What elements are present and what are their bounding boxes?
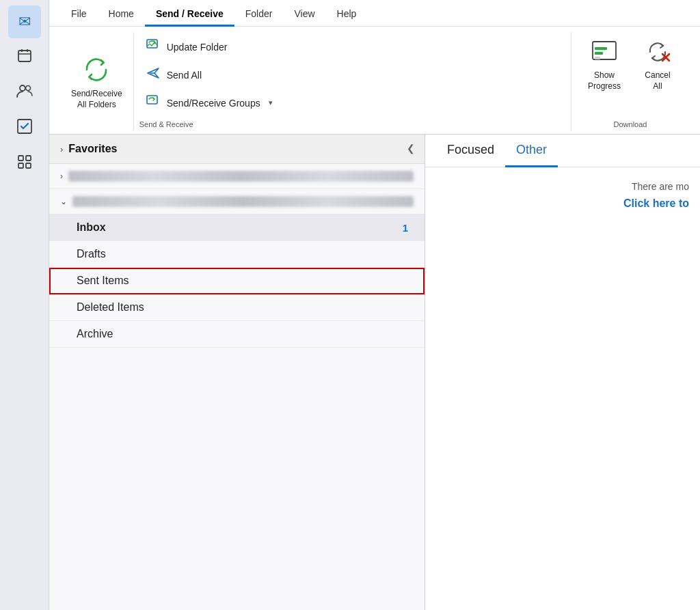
svg-rect-17 <box>595 57 600 59</box>
send-all-icon <box>145 66 161 84</box>
email-content: There are mo Click here to <box>425 167 700 610</box>
send-receive-menu-group: Update Folder Send All <box>134 32 571 131</box>
update-folder-button[interactable]: Update Folder <box>139 35 565 59</box>
svg-rect-7 <box>18 156 23 161</box>
drafts-label: Drafts <box>77 248 106 260</box>
svg-rect-16 <box>595 52 603 55</box>
send-receive-all-label: Send/ReceiveAll Folders <box>71 89 122 110</box>
sidebar-item-apps[interactable] <box>8 148 41 180</box>
sidebar-item-people[interactable] <box>8 77 41 109</box>
folder-inbox[interactable]: Inbox 1 <box>49 214 425 241</box>
download-group: ShowProgress <box>571 32 689 131</box>
menu-bar: File Home Send / Receive Folder View Hel… <box>49 0 700 27</box>
cancel-all-icon <box>643 38 672 66</box>
folder-drafts[interactable]: Drafts <box>49 241 425 268</box>
menu-folder[interactable]: Folder <box>234 3 284 27</box>
email-panel: Focused Other There are mo Click here to <box>425 135 700 610</box>
menu-home[interactable]: Home <box>98 3 145 27</box>
account-row-2[interactable]: ⌄ <box>49 189 425 214</box>
sidebar-item-calendar[interactable] <box>8 41 41 74</box>
collapse-icon: ❮ <box>407 143 415 154</box>
send-receive-all-icon <box>80 53 113 86</box>
sent-items-label: Sent Items <box>77 275 129 287</box>
send-receive-groups-label: Send/Receive Groups <box>167 98 260 109</box>
people-icon <box>16 83 33 103</box>
cancel-all-label: CancelAll <box>645 70 670 92</box>
cancel-all-button[interactable]: CancelAll <box>637 35 678 94</box>
account-2-chevron-icon: ⌄ <box>60 197 67 206</box>
inbox-badge: 1 <box>403 222 408 234</box>
folder-panel: ❮ › Favorites › ⌄ Inbox 1 <box>49 135 425 610</box>
send-all-button[interactable]: Send All <box>139 63 565 87</box>
menu-view[interactable]: View <box>283 3 325 27</box>
tab-other[interactable]: Other <box>505 135 558 167</box>
favorites-row[interactable]: › Favorites <box>49 135 425 164</box>
send-receive-groups-icon <box>145 94 161 112</box>
show-progress-button[interactable]: ShowProgress <box>582 35 626 94</box>
download-buttons: ShowProgress <box>582 35 678 94</box>
show-progress-label: ShowProgress <box>588 70 621 92</box>
account-1-chevron-icon: › <box>60 171 63 181</box>
favorites-chevron-icon: › <box>60 144 63 154</box>
account-1-label <box>68 171 414 182</box>
email-click-link[interactable]: Click here to <box>623 197 689 210</box>
send-receive-group-label: Send & Receive <box>139 117 565 128</box>
content-area: ❮ › Favorites › ⌄ Inbox 1 <box>49 135 700 610</box>
main-content: File Home Send / Receive Folder View Hel… <box>49 0 700 610</box>
archive-label: Archive <box>77 328 113 340</box>
tasks-icon <box>16 117 33 139</box>
menu-help[interactable]: Help <box>326 3 368 27</box>
deleted-items-label: Deleted Items <box>77 301 144 314</box>
folder-archive[interactable]: Archive <box>49 321 425 348</box>
email-tabs: Focused Other <box>425 135 700 167</box>
favorites-label: Favorites <box>68 143 117 155</box>
sidebar-item-mail[interactable]: ✉ <box>8 5 41 38</box>
dropdown-arrow-icon: ▾ <box>269 98 273 107</box>
svg-rect-8 <box>26 156 31 161</box>
account-row-1[interactable]: › <box>49 164 425 189</box>
account-2-label <box>72 196 414 207</box>
send-receive-all-folders-button[interactable]: Send/ReceiveAll Folders <box>60 32 134 131</box>
collapse-panel-button[interactable]: ❮ <box>403 140 419 156</box>
tab-focused[interactable]: Focused <box>436 135 505 167</box>
svg-rect-0 <box>18 51 31 61</box>
update-folder-label: Update Folder <box>167 42 228 53</box>
send-all-label: Send All <box>167 70 202 81</box>
svg-rect-10 <box>26 163 31 168</box>
inbox-label: Inbox <box>77 221 106 234</box>
apps-icon <box>16 154 33 174</box>
ribbon: File Home Send / Receive Folder View Hel… <box>49 0 700 135</box>
ribbon-content: Send/ReceiveAll Folders <box>49 27 700 134</box>
menu-send-receive[interactable]: Send / Receive <box>145 3 234 27</box>
svg-rect-15 <box>595 47 607 50</box>
email-more-text: There are mo <box>632 181 689 192</box>
svg-rect-9 <box>18 163 23 168</box>
mail-icon: ✉ <box>18 13 31 31</box>
svg-rect-13 <box>147 96 157 104</box>
download-group-label: Download <box>614 120 647 128</box>
update-folder-icon <box>145 38 161 56</box>
sidebar-item-tasks[interactable] <box>8 112 41 145</box>
menu-file[interactable]: File <box>60 3 98 27</box>
calendar-icon <box>16 47 33 68</box>
send-receive-menu-items: Update Folder Send All <box>139 35 565 115</box>
show-progress-icon <box>590 38 619 66</box>
svg-point-5 <box>25 86 30 91</box>
sidebar: ✉ <box>0 0 49 610</box>
folder-sent-items[interactable]: Sent Items <box>49 268 425 294</box>
svg-point-4 <box>20 85 25 91</box>
send-receive-groups-button[interactable]: Send/Receive Groups ▾ <box>139 91 565 115</box>
folder-deleted-items[interactable]: Deleted Items <box>49 294 425 321</box>
